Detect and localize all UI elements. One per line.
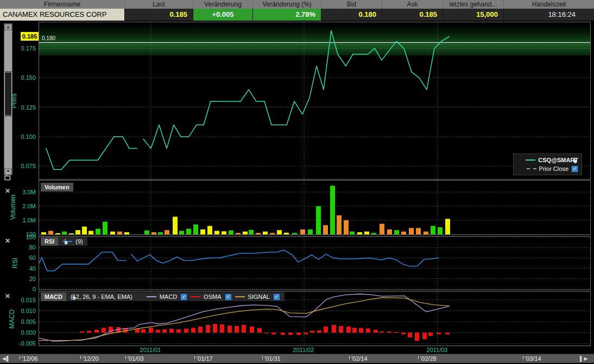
date-tick-label: '03/14 [525, 355, 541, 363]
month-label: 2011/03 [427, 347, 448, 353]
macd-badge-param: (12, 26, 9 - EMA, EMA) [71, 293, 132, 301]
hand-cursor-icon[interactable] [572, 157, 578, 164]
osma-legend-label: OSMA [204, 293, 221, 301]
unlock-icon[interactable] [4, 172, 12, 181]
date-tick-label: '12/06 [22, 355, 38, 363]
scrollbar-up-button[interactable]: ▲ [4, 24, 12, 30]
price-ytick-label: 0.125 [0, 104, 36, 111]
macd-ytick-label: 0.000 [0, 329, 36, 336]
date-tick [523, 356, 523, 359]
scroll-right-icon[interactable]: ▌▶ [580, 355, 588, 362]
col-header-bid: Bid [321, 0, 382, 9]
rsi-ytick-label: 80 [0, 244, 36, 251]
quote-header-row: Firmenname Last Veränderung Veränderung … [0, 0, 594, 9]
osma-line-sample [191, 296, 200, 297]
volume-ytick-label: 2.0M [0, 202, 36, 210]
date-tick-label: '01/31 [264, 355, 281, 363]
date-tick [349, 356, 350, 359]
rsi-badge-param: (9) [75, 238, 83, 245]
macd-legend-label: MACD [160, 293, 177, 301]
price-ytick-label: 0.175 [0, 44, 36, 52]
macd-badge-title: MACD [41, 292, 66, 301]
volume-ytick-label: 1.0M [0, 216, 36, 224]
macd-panel-badge[interactable]: MACD (12, 26, 9 - EMA, EMA) MACD ✓ OSMA … [41, 292, 285, 301]
rsi-ytick-label: 100 [0, 233, 36, 241]
quote-value-row[interactable]: CANAMEX RESOURCES CORP 0.185 +0.005 2.78… [0, 9, 594, 21]
series-line-sample [526, 159, 535, 161]
prior-close-line-sample [527, 168, 536, 169]
rsi-badge-title: RSI [41, 237, 58, 246]
volume-badge-title: Volumen [41, 183, 73, 191]
price-chart-legend[interactable]: CSQ@SMART Prior Close ✓ [513, 154, 582, 175]
col-header-ask: Ask [382, 0, 443, 9]
change-cell[interactable]: +0.005 [193, 9, 253, 21]
macd-ytick-label: -0.005 [0, 340, 36, 347]
date-tick [262, 356, 263, 359]
last-price-cell[interactable]: 0.185 [125, 9, 193, 21]
company-name-cell[interactable]: CANAMEX RESOURCES CORP [0, 9, 125, 21]
price-chart-svg: 0.180 [39, 22, 591, 180]
date-axis-scrollbar[interactable]: ◀▌ ▌▶ '12/06'12/20'01/03'01/17'01/31'02/… [0, 354, 594, 363]
col-header-last: Last [125, 0, 193, 9]
date-tick-label: '02/28 [420, 355, 437, 363]
price-ytick-label: 0.150 [0, 74, 36, 81]
rsi-ytick-label: 20 [0, 275, 36, 283]
change-pct-cell[interactable]: 2.78% [253, 9, 321, 21]
month-label: 2011/01 [140, 347, 161, 353]
prior-close-legend-label: Prior Close [539, 165, 568, 172]
date-tick [125, 356, 126, 359]
osma-checkbox[interactable]: ✓ [225, 293, 232, 301]
volume-chart-svg [39, 180, 591, 235]
hand-cursor-icon[interactable] [62, 238, 69, 245]
signal-legend-label: SIGNAL [248, 293, 270, 301]
date-tick-label: '01/03 [128, 355, 144, 363]
date-tick-label: '01/17 [197, 355, 213, 363]
rsi-ytick-label: 0 [0, 285, 36, 293]
bid-cell[interactable]: 0.180 [321, 9, 382, 21]
signal-checkbox[interactable]: ✓ [273, 293, 280, 301]
last-price-axis-tag: 0.185 [21, 32, 39, 41]
date-tick [194, 356, 195, 359]
macd-line-sample [147, 296, 156, 297]
price-ytick-label: 0.075 [0, 162, 36, 170]
hand-cursor-icon[interactable] [71, 293, 77, 301]
rsi-chart-svg [39, 236, 591, 290]
volume-panel-badge: Volumen [41, 183, 73, 191]
macd-ytick-label: 0.015 [0, 296, 36, 304]
ask-cell[interactable]: 0.185 [382, 9, 443, 21]
date-tick [20, 356, 20, 359]
col-header-handelszeit: Handelszeit [504, 0, 594, 9]
last-size-cell[interactable]: 15,000 [443, 9, 504, 21]
month-label: 2011/02 [293, 347, 314, 353]
signal-line-sample [235, 296, 245, 297]
prior-close-checkbox[interactable]: ✓ [571, 165, 578, 173]
rsi-panel-badge[interactable]: RSI (9) [41, 237, 87, 246]
date-tick-label: '12/20 [83, 355, 99, 363]
trade-time-cell[interactable]: 18:16:24 [504, 9, 594, 21]
col-header-last-size: letztes gehand... [443, 0, 504, 9]
macd-checkbox[interactable]: ✓ [180, 293, 187, 301]
date-tick [418, 356, 419, 359]
rsi-ytick-label: 60 [0, 254, 36, 261]
scroll-left-icon[interactable]: ◀▌ [2, 355, 10, 362]
rsi-ytick-label: 40 [0, 265, 36, 272]
date-tick [80, 356, 81, 359]
volume-ytick-label: 3.0M [0, 188, 36, 196]
col-header-veraenderung: Veränderung [193, 0, 253, 9]
prior-close-label: 0.180 [42, 35, 55, 41]
col-header-firmenname: Firmenname [0, 0, 125, 9]
macd-ytick-label: 0.010 [0, 307, 36, 315]
date-tick-label: '02/14 [351, 355, 368, 363]
col-header-veraenderung-pct: Veränderung (%) [253, 0, 321, 9]
price-ytick-label: 0.100 [0, 133, 36, 141]
macd-ytick-label: 0.005 [0, 318, 36, 325]
